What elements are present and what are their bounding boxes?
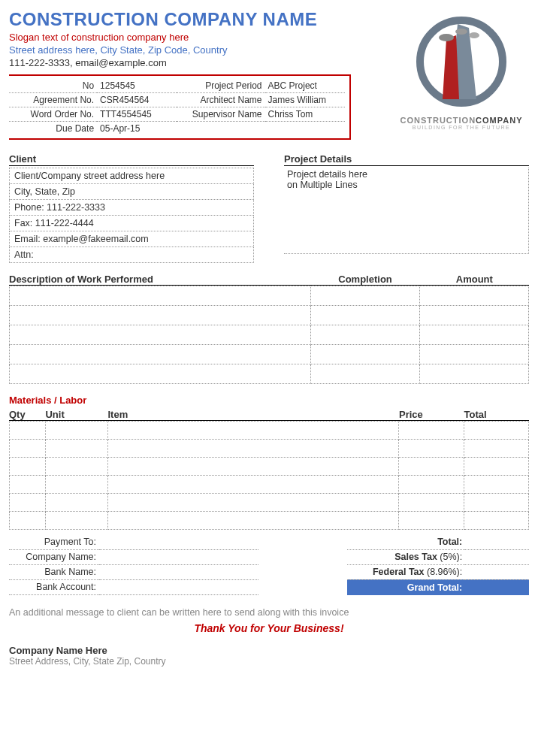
meta-workorder-value: TTT4554545 (97, 107, 177, 122)
project-details-section: Project Details Project details here on … (284, 153, 529, 263)
total-value (465, 534, 529, 549)
project-line2: on Multiple Lines (287, 180, 525, 190)
svg-point-2 (455, 29, 467, 35)
company-logo: CONSTRUCTIONCOMPANY BUILDING FOR THE FUT… (394, 9, 529, 140)
work-h-description: Description of Work Performed (9, 274, 310, 285)
meta-architect-label: Architect Name (177, 93, 264, 107)
project-details-body: Project details here on Multiple Lines (284, 168, 529, 254)
header-left: CONSTRUCTION COMPANY NAME Slogan text of… (9, 9, 394, 140)
client-section: Client Client/Company street address her… (9, 153, 254, 263)
company-slogan: Slogan text of construction company here (9, 32, 394, 43)
total-label: Total: (347, 534, 465, 549)
payment-totals-row: Payment To: Company Name: Bank Name: Ban… (9, 534, 529, 595)
footer-company-name: Company Name Here (9, 645, 529, 656)
meta-workorder-label: Word Order No. (9, 107, 97, 122)
payment-company-value (99, 549, 258, 564)
payment-account-label: Bank Account: (9, 579, 99, 594)
payment-to-value (99, 534, 258, 549)
federaltax-value (465, 564, 529, 579)
table-row (10, 512, 529, 530)
payment-to-label: Payment To: (9, 534, 99, 549)
meta-duedate-value: 05-Apr-15 (97, 122, 177, 136)
meta-period-label: Project Period (177, 79, 264, 93)
table-row (10, 345, 529, 364)
grandtotal-value (465, 579, 529, 594)
mat-h-unit: Unit (45, 409, 107, 420)
footer-message: An additional message to client can be w… (9, 607, 529, 618)
client-phone: Phone: 111-222-3333 (10, 200, 254, 216)
work-table (9, 286, 529, 384)
table-row (10, 325, 529, 345)
meta-architect-value: James William (265, 93, 345, 107)
federaltax-label: Federal Tax (8.96%): (347, 564, 465, 579)
totals-table: Total: Sales Tax (5%): Federal Tax (8.96… (347, 534, 529, 595)
materials-heading: Materials / Labor (9, 395, 529, 406)
mat-h-total: Total (464, 409, 529, 420)
logo-text-sub: BUILDING FOR THE FUTURE (394, 125, 529, 130)
logo-text-main: CONSTRUCTIONCOMPANY (394, 116, 529, 125)
table-row (10, 440, 529, 458)
work-h-completion: Completion (310, 274, 419, 285)
building-logo-icon (405, 9, 518, 114)
client-fax: Fax: 111-222-4444 (10, 216, 254, 231)
salestax-value (465, 549, 529, 564)
mat-h-qty: Qty (9, 409, 45, 420)
salestax-label: Sales Tax (5%): (347, 549, 465, 564)
client-table: Client/Company street address here City,… (9, 168, 254, 263)
work-header-row: Description of Work Performed Completion… (9, 274, 529, 286)
materials-header-row: Qty Unit Item Price Total (9, 409, 529, 421)
payment-bank-value (99, 564, 258, 579)
meta-no-label: No (9, 79, 97, 93)
table-row (10, 306, 529, 325)
payment-company-label: Company Name: (9, 549, 99, 564)
table-row (10, 458, 529, 476)
work-h-amount: Amount (420, 274, 529, 285)
client-address: Client/Company street address here (10, 168, 254, 184)
client-project-row: Client Client/Company street address her… (9, 153, 529, 263)
meta-no-value: 1254545 (97, 79, 177, 93)
meta-agreement-value: CSR454564 (97, 93, 177, 107)
meta-duedate-label: Due Date (9, 122, 97, 136)
payment-bank-label: Bank Name: (9, 564, 99, 579)
project-details-heading: Project Details (284, 153, 529, 166)
client-attn: Attn: (10, 247, 254, 263)
table-row (10, 422, 529, 440)
meta-period-value: ABC Project (265, 79, 345, 93)
header: CONSTRUCTION COMPANY NAME Slogan text of… (9, 9, 529, 140)
footer-company-address: Street Address, City, State Zip, Country (9, 656, 529, 667)
meta-agreement-label: Agreement No. (9, 93, 97, 107)
client-heading: Client (9, 153, 254, 166)
mat-h-price: Price (399, 409, 464, 420)
company-contact: 111-222-3333, email@example.com (9, 57, 394, 68)
meta-supervisor-label: Supervisor Name (177, 107, 264, 122)
grandtotal-label: Grand Total: (347, 579, 465, 594)
svg-point-1 (439, 34, 454, 41)
table-row (10, 364, 529, 384)
mat-h-item: Item (107, 409, 399, 420)
meta-table: No 1254545 Project Period ABC Project Ag… (9, 79, 345, 135)
table-row (10, 286, 529, 306)
client-csz: City, State, Zip (10, 184, 254, 200)
client-email: Email: example@fakeemail.com (10, 231, 254, 247)
svg-point-3 (469, 32, 479, 38)
project-line1: Project details here (287, 169, 525, 180)
table-row (10, 476, 529, 494)
company-address: Street address here, City State, Zip Cod… (9, 44, 394, 56)
payment-table: Payment To: Company Name: Bank Name: Ban… (9, 534, 258, 595)
materials-table (9, 421, 529, 530)
table-row (10, 494, 529, 512)
project-meta-box: No 1254545 Project Period ABC Project Ag… (9, 74, 351, 140)
company-name: CONSTRUCTION COMPANY NAME (9, 9, 394, 30)
payment-account-value (99, 579, 258, 594)
meta-supervisor-value: Chriss Tom (265, 107, 345, 122)
thank-you-message: Thank You for Your Business! (9, 622, 529, 634)
